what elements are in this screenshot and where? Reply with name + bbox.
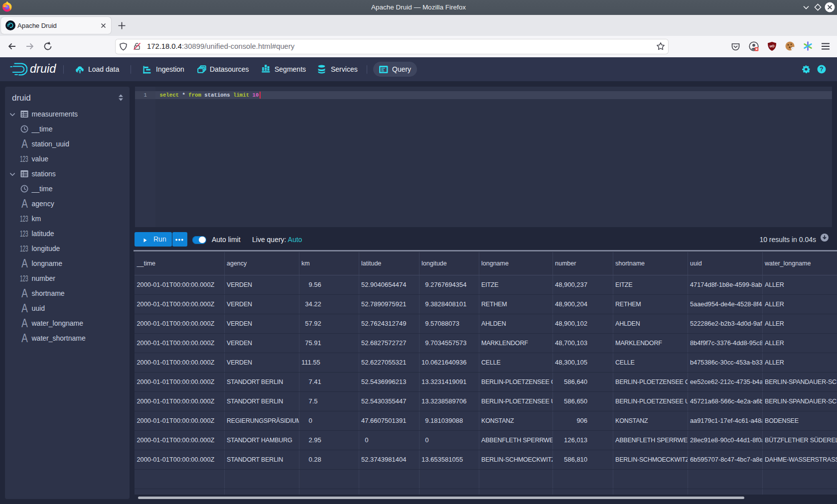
svg-text:?: ? xyxy=(820,66,823,73)
svg-text:uO: uO xyxy=(770,44,775,48)
